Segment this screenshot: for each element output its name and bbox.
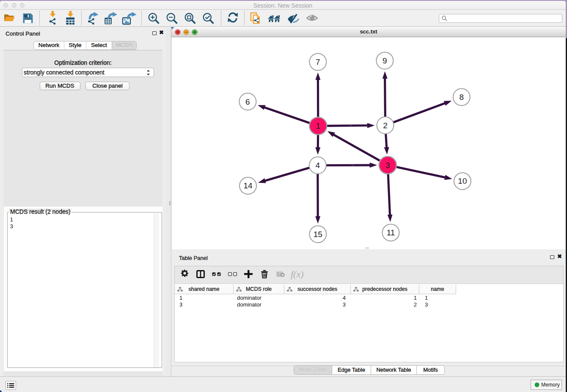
svg-text:1: 1 bbox=[316, 121, 321, 130]
svg-text:4: 4 bbox=[316, 161, 320, 170]
svg-text:14: 14 bbox=[243, 181, 253, 190]
svg-text:9: 9 bbox=[383, 56, 387, 65]
svg-text:11: 11 bbox=[387, 228, 395, 237]
svg-text:6: 6 bbox=[245, 97, 250, 106]
svg-text:15: 15 bbox=[314, 230, 322, 239]
svg-text:8: 8 bbox=[460, 93, 464, 102]
svg-text:7: 7 bbox=[316, 58, 320, 66]
svg-text:10: 10 bbox=[458, 177, 467, 185]
svg-text:3: 3 bbox=[385, 161, 390, 170]
svg-text:2: 2 bbox=[383, 121, 388, 130]
